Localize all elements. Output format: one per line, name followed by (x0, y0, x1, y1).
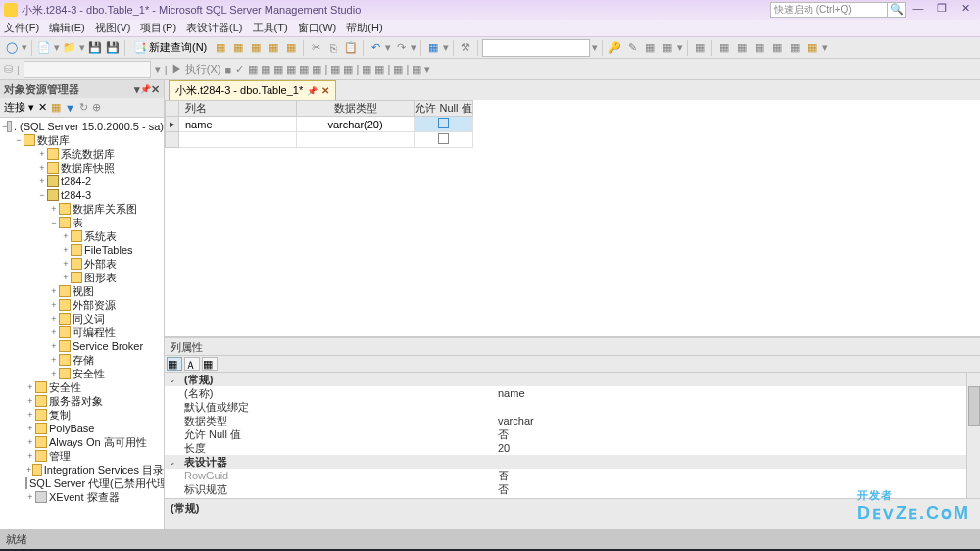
scrollbar[interactable] (966, 373, 980, 498)
collapse-icon[interactable]: ⌄ (165, 457, 180, 467)
tool-icon[interactable]: ▦ (642, 40, 658, 56)
designer-grid[interactable]: 列名 数据类型 允许 Null 值 ▸ name varchar(20) (165, 100, 980, 337)
paste-icon[interactable]: 📋 (343, 40, 359, 56)
close-icon[interactable]: ✕ (151, 83, 160, 96)
prop-category[interactable]: ⌄ (常规) (165, 373, 980, 386)
tree-item[interactable]: +Always On 高可用性 (0, 435, 164, 449)
collapse-icon[interactable]: ⌄ (165, 375, 180, 384)
tool-icon[interactable]: ▦ (266, 40, 281, 56)
prop-category[interactable]: ⌄ 表设计器 (165, 455, 980, 469)
col-header-name[interactable]: 列名 (179, 101, 297, 117)
tree-item[interactable]: +数据库快照 (0, 161, 164, 175)
tool-icon[interactable]: ▦ (752, 40, 767, 56)
pin-icon[interactable]: 📌 (307, 86, 318, 96)
prop-row[interactable]: 数据类型varchar (165, 414, 980, 427)
tree-databases[interactable]: −数据库 (0, 133, 164, 147)
tool-icon[interactable]: ▦ (283, 40, 299, 56)
menu-project[interactable]: 项目(P) (140, 21, 176, 35)
cut-icon[interactable]: ✂ (308, 40, 323, 56)
scroll-thumb[interactable] (968, 386, 980, 426)
undo-icon[interactable]: ↶ (368, 40, 383, 56)
menu-file[interactable]: 文件(F) (4, 21, 39, 35)
tool-icon[interactable]: ⚒ (458, 40, 473, 56)
tree-item[interactable]: +可编程性 (0, 326, 164, 339)
tree-item[interactable]: +安全性 (0, 380, 164, 394)
open-icon[interactable]: 📁 (62, 40, 77, 56)
categorized-icon[interactable]: ▦ (167, 357, 182, 371)
tool-icon[interactable]: ⊕ (92, 101, 101, 114)
combo[interactable] (482, 39, 590, 57)
checkbox-icon[interactable] (438, 118, 449, 128)
redo-icon[interactable]: ↷ (393, 40, 409, 56)
tree-item[interactable]: +PolyBase (0, 422, 164, 435)
col-header-null[interactable]: 允许 Null 值 (415, 101, 473, 117)
menu-tools[interactable]: 工具(T) (253, 21, 288, 35)
saveall-icon[interactable]: 💾 (105, 40, 121, 56)
tree-item[interactable]: +同义词 (0, 312, 164, 326)
tool-icon[interactable]: ▦ (230, 40, 246, 56)
tree-item[interactable]: +存储 (0, 353, 164, 367)
tab-table-designer[interactable]: 小米.t284-3 - dbo.Table_1* 📌 ✕ (169, 80, 336, 100)
tool-icon[interactable]: ▦ (51, 101, 61, 114)
tool-icon[interactable]: 🔑 (607, 40, 622, 56)
new-query-button[interactable]: 📑新建查询(N) (129, 40, 211, 55)
menu-edit[interactable]: 编辑(E) (49, 21, 85, 35)
table-row[interactable]: ▸ name varchar(20) (166, 117, 473, 132)
back-icon[interactable]: ◯ (4, 40, 20, 56)
tree-item[interactable]: +XEvent 探查器 (0, 490, 164, 504)
tree-server-root[interactable]: −. (SQL Server 15.0.2000.5 - sa) (0, 120, 164, 133)
menu-help[interactable]: 帮助(H) (346, 21, 382, 35)
prop-row[interactable]: 默认值或绑定 (165, 400, 980, 414)
quick-launch[interactable]: 快速启动 (Ctrl+Q) (770, 2, 888, 18)
tree-item[interactable]: +外部表 (0, 257, 164, 271)
checkbox-icon[interactable] (438, 133, 449, 144)
table-row-empty[interactable] (166, 132, 473, 148)
filter-icon[interactable]: ▼ (65, 102, 75, 114)
close-icon[interactable]: ✕ (321, 85, 329, 96)
tree-item[interactable]: +Service Broker (0, 339, 164, 353)
tool-icon[interactable]: ▦ (660, 40, 675, 56)
pin-icon[interactable]: 📌 (140, 84, 151, 94)
new-icon[interactable]: 📄 (36, 40, 52, 56)
tool-icon[interactable]: ✎ (624, 40, 640, 56)
prop-row[interactable]: RowGuid否 (165, 469, 980, 482)
tree-item[interactable]: +外部资源 (0, 298, 164, 312)
tool-icon[interactable]: ▦ (787, 40, 803, 56)
prop-row[interactable]: 允许 Null 值否 (165, 427, 980, 441)
cell-type[interactable]: varchar(20) (297, 117, 415, 132)
tool-icon[interactable]: ▦ (716, 40, 732, 56)
tool-icon[interactable]: ▦ (692, 40, 708, 56)
close-button[interactable]: ✕ (955, 2, 976, 18)
tree-item[interactable]: +安全性 (0, 367, 164, 380)
tree-item[interactable]: −表 (0, 216, 164, 229)
tree-item[interactable]: SQL Server 代理(已禁用代理 XP) (0, 476, 164, 490)
tree-item[interactable]: +系统表 (0, 229, 164, 243)
menu-view[interactable]: 视图(V) (95, 21, 131, 35)
copy-icon[interactable]: ⎘ (325, 40, 341, 56)
properties-grid[interactable]: ⌄ (常规) (名称)name默认值或绑定数据类型varchar允许 Null … (165, 373, 980, 498)
tree-item[interactable]: +视图 (0, 284, 164, 298)
tool-icon[interactable]: ▦ (248, 40, 264, 56)
row-selector[interactable]: ▸ (166, 117, 179, 132)
tree-item[interactable]: +管理 (0, 449, 164, 463)
tree-item[interactable]: +复制 (0, 408, 164, 422)
prop-row[interactable]: 不用于复制否 (165, 496, 980, 498)
tree-item[interactable]: −t284-3 (0, 188, 164, 202)
prop-row[interactable]: 标识规范否 (165, 482, 980, 496)
tool-icon[interactable]: ▦ (425, 40, 441, 56)
cell-null[interactable] (415, 117, 473, 132)
prop-row[interactable]: 长度20 (165, 441, 980, 455)
maximize-button[interactable]: ❐ (931, 2, 953, 18)
minimize-button[interactable]: — (907, 2, 929, 18)
cell-name[interactable]: name (179, 117, 297, 132)
tree-item[interactable]: +FileTables (0, 243, 164, 257)
tool-icon[interactable]: ▦ (805, 40, 820, 56)
tree[interactable]: −. (SQL Server 15.0.2000.5 - sa) −数据库 +系… (0, 118, 164, 529)
tool-icon[interactable]: ▦ (213, 40, 228, 56)
alpha-icon[interactable]: Ａ (184, 357, 200, 371)
menu-window[interactable]: 窗口(W) (298, 21, 337, 35)
search-icon[interactable]: 🔍 (888, 2, 906, 18)
tool-icon[interactable]: ↻ (79, 101, 88, 114)
save-icon[interactable]: 💾 (87, 40, 103, 56)
connect-button[interactable]: 连接 ▾ (4, 100, 34, 115)
